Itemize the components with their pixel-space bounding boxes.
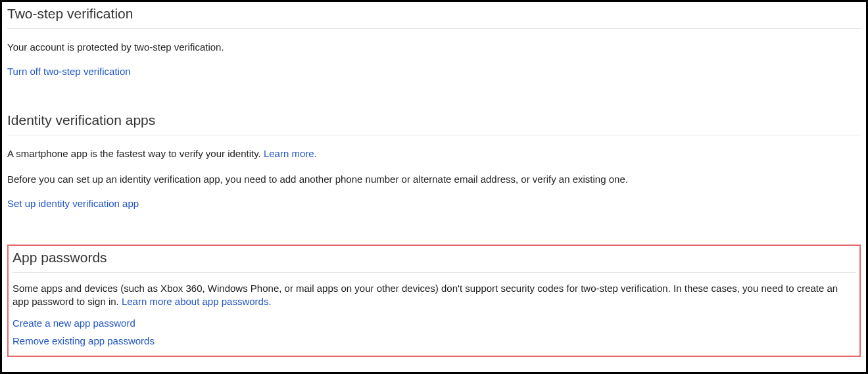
remove-app-passwords-link[interactable]: Remove existing app passwords — [12, 335, 155, 346]
identity-verification-apps-section: Identity verification apps A smartphone … — [7, 112, 861, 218]
identity-apps-line1-text: A smartphone app is the fastest way to v… — [7, 148, 264, 159]
app-passwords-highlight-box: App passwords Some apps and devices (suc… — [7, 245, 861, 358]
app-passwords-description: Some apps and devices (such as Xbox 360,… — [12, 282, 856, 309]
identity-apps-learn-more-link[interactable]: Learn more. — [264, 148, 317, 159]
app-passwords-learn-more-link[interactable]: Learn more about app passwords. — [122, 296, 272, 307]
app-passwords-section: App passwords Some apps and devices (suc… — [12, 250, 856, 347]
identity-apps-line1: A smartphone app is the fastest way to v… — [7, 147, 861, 160]
turn-off-two-step-link[interactable]: Turn off two-step verification — [7, 66, 131, 77]
identity-apps-title: Identity verification apps — [7, 112, 861, 135]
two-step-verification-section: Two-step verification Your account is pr… — [7, 6, 861, 86]
app-passwords-title: App passwords — [12, 250, 856, 273]
identity-apps-line2: Before you can set up an identity verifi… — [7, 173, 861, 186]
two-step-title: Two-step verification — [7, 6, 861, 29]
create-app-password-link[interactable]: Create a new app password — [12, 317, 135, 329]
setup-identity-app-link[interactable]: Set up identity verification app — [7, 198, 139, 209]
two-step-description: Your account is protected by two-step ve… — [7, 41, 861, 54]
